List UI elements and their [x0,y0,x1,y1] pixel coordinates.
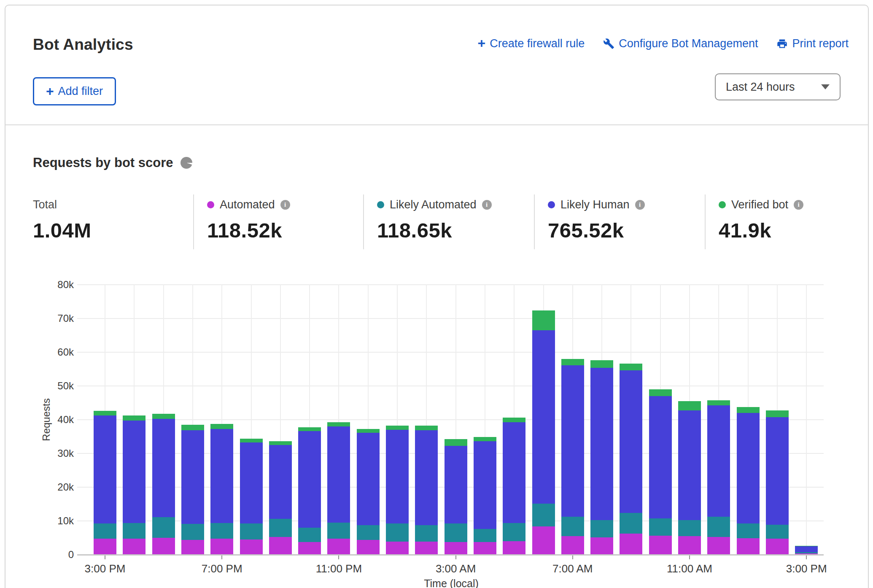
bar-segment-likely-automated[interactable] [210,523,233,539]
bar-segment-automated[interactable] [327,539,350,555]
bar-segment-likely-human[interactable] [795,546,818,552]
bar-segment-verified-bot[interactable] [240,439,263,443]
bar-segment-likely-automated[interactable] [678,520,701,536]
bar-segment-verified-bot[interactable] [561,359,584,365]
bar-segment-verified-bot[interactable] [415,426,438,430]
info-icon[interactable]: i [482,200,492,210]
bar-segment-likely-human[interactable] [415,430,438,526]
bar-segment-automated[interactable] [415,542,438,555]
bar-segment-verified-bot[interactable] [707,400,730,406]
bar-segment-automated[interactable] [766,539,789,555]
bar-segment-verified-bot[interactable] [649,389,672,396]
bar-segment-automated[interactable] [561,536,584,555]
bar-segment-likely-automated[interactable] [503,523,525,541]
bar-segment-likely-human[interactable] [737,413,760,523]
bar-segment-automated[interactable] [123,539,146,555]
bar-segment-likely-human[interactable] [590,368,613,520]
bar-segment-likely-automated[interactable] [620,513,642,534]
time-range-dropdown[interactable]: Last 24 hours [715,73,841,100]
bar-segment-verified-bot[interactable] [94,411,116,415]
bar-segment-likely-automated[interactable] [94,523,116,539]
bar-segment-likely-automated[interactable] [415,525,438,541]
bar-segment-automated[interactable] [795,553,818,555]
bar-segment-verified-bot[interactable] [123,415,146,420]
bar-segment-likely-human[interactable] [269,445,292,519]
bar-segment-verified-bot[interactable] [210,424,233,429]
bar-segment-automated[interactable] [357,540,380,555]
bar-segment-verified-bot[interactable] [766,410,789,417]
bar-segment-verified-bot[interactable] [737,407,760,413]
bar-segment-likely-automated[interactable] [532,504,555,526]
bar-segment-likely-human[interactable] [94,415,116,524]
bar-segment-automated[interactable] [240,539,263,555]
bar-segment-automated[interactable] [152,538,175,555]
bar-segment-verified-bot[interactable] [152,414,175,419]
bar-segment-verified-bot[interactable] [298,427,321,432]
create-firewall-rule-link[interactable]: + Create firewall rule [477,37,585,50]
bar-segment-likely-human[interactable] [210,429,233,523]
bar-segment-likely-human[interactable] [445,446,467,524]
bar-segment-automated[interactable] [386,542,409,555]
bar-segment-verified-bot[interactable] [357,429,380,433]
bar-segment-likely-human[interactable] [181,430,204,524]
bar-segment-automated[interactable] [737,538,760,555]
bar-segment-automated[interactable] [532,526,555,555]
bar-segment-automated[interactable] [445,542,467,555]
bar-segment-automated[interactable] [94,539,116,555]
bar-segment-likely-automated[interactable] [240,523,263,539]
info-icon[interactable]: i [794,200,803,210]
bar-segment-likely-human[interactable] [240,442,263,523]
bar-segment-likely-human[interactable] [649,396,672,518]
bar-segment-automated[interactable] [620,534,642,555]
bar-segment-verified-bot[interactable] [327,422,350,426]
bar-segment-automated[interactable] [707,537,730,555]
bar-segment-likely-automated[interactable] [737,523,760,538]
bar-segment-likely-human[interactable] [386,430,409,523]
bar-segment-automated[interactable] [298,542,321,555]
bar-segment-likely-automated[interactable] [474,529,496,542]
bar-segment-likely-human[interactable] [327,426,350,523]
bar-segment-verified-bot[interactable] [474,437,496,441]
bar-segment-automated[interactable] [503,541,525,555]
bar-segment-likely-automated[interactable] [298,528,321,542]
bar-segment-likely-human[interactable] [620,370,642,513]
bar-segment-verified-bot[interactable] [590,360,613,368]
bar-segment-likely-human[interactable] [357,433,380,525]
bar-segment-automated[interactable] [590,537,613,555]
bar-segment-automated[interactable] [269,537,292,555]
bar-segment-likely-automated[interactable] [386,523,409,541]
bar-segment-likely-automated[interactable] [152,517,175,538]
print-report-link[interactable]: Print report [776,37,849,50]
info-icon[interactable]: i [635,200,645,210]
bar-segment-likely-automated[interactable] [327,523,350,539]
bar-segment-likely-human[interactable] [474,441,496,529]
bar-segment-likely-human[interactable] [707,405,730,516]
bar-segment-verified-bot[interactable] [620,364,642,370]
bar-segment-likely-automated[interactable] [707,517,730,537]
bar-segment-likely-automated[interactable] [590,520,613,538]
bar-segment-verified-bot[interactable] [181,425,204,430]
bar-segment-likely-automated[interactable] [181,524,204,540]
bar-segment-likely-human[interactable] [123,421,146,523]
bar-segment-likely-automated[interactable] [357,525,380,540]
bar-segment-automated[interactable] [181,540,204,555]
bar-segment-verified-bot[interactable] [386,426,409,430]
bar-segment-verified-bot[interactable] [445,439,467,446]
bar-segment-automated[interactable] [678,536,701,555]
bar-segment-likely-automated[interactable] [766,525,789,539]
bar-segment-verified-bot[interactable] [795,546,818,546]
bar-segment-likely-automated[interactable] [445,523,467,542]
bar-segment-verified-bot[interactable] [678,401,701,410]
bar-segment-likely-human[interactable] [503,422,525,523]
bar-segment-likely-human[interactable] [766,417,789,524]
configure-bot-management-link[interactable]: Configure Bot Management [603,37,758,50]
bar-segment-likely-human[interactable] [561,365,584,516]
bar-segment-likely-automated[interactable] [269,519,292,537]
bar-segment-likely-human[interactable] [152,419,175,517]
bar-segment-likely-automated[interactable] [649,518,672,536]
bar-segment-verified-bot[interactable] [532,310,555,330]
bar-segment-automated[interactable] [210,539,233,555]
bar-segment-automated[interactable] [474,542,496,555]
add-filter-button[interactable]: + Add filter [33,77,116,105]
bar-segment-likely-automated[interactable] [795,552,818,554]
